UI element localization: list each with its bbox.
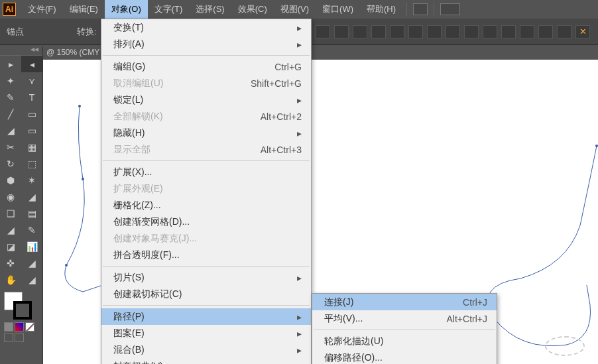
mode-icon[interactable] (4, 322, 13, 332)
tool-button[interactable]: ◢ (0, 221, 21, 238)
align-icon[interactable] (501, 25, 516, 38)
tool-button[interactable]: ▤ (21, 205, 42, 221)
align-icon[interactable] (520, 25, 534, 38)
mode-icon[interactable] (25, 322, 34, 332)
svg-point-0 (78, 105, 81, 107)
tool-button[interactable]: ⬢ (0, 172, 21, 188)
align-icon[interactable] (371, 25, 386, 38)
menu-视图[interactable]: 视图(V) (274, 0, 316, 19)
submenu-arrow-icon: ▸ (297, 95, 302, 105)
align-icon[interactable] (353, 25, 367, 38)
tool-button[interactable]: T (21, 89, 42, 105)
menu-separator (103, 266, 310, 267)
tool-button[interactable]: ✎ (21, 221, 42, 238)
menu-item[interactable]: 图案(E)▸ (101, 325, 311, 341)
menu-separator (103, 160, 310, 161)
mode-icon[interactable] (15, 322, 24, 332)
menu-item-label: 封套扭曲(V) (113, 361, 284, 365)
menu-item[interactable]: 编组(G)Ctrl+G (101, 58, 311, 75)
submenu-arrow-icon: ▸ (297, 328, 302, 339)
screen-mode-row (4, 333, 38, 342)
menu-编辑[interactable]: 编辑(E) (63, 0, 105, 19)
menu-文字[interactable]: 文字(T) (148, 0, 190, 19)
tool-button[interactable]: ▭ (21, 105, 42, 122)
tool-button[interactable]: 📊 (21, 238, 42, 255)
tool-button[interactable]: ╱ (0, 105, 21, 122)
menu-item[interactable]: 混合(B)▸ (101, 341, 311, 358)
bridge-icon[interactable] (413, 3, 428, 15)
tool-button[interactable]: ✎ (0, 89, 21, 105)
menu-item[interactable]: 连接(J)Ctrl+J (312, 294, 497, 310)
menu-选择[interactable]: 选择(S) (189, 0, 231, 19)
tool-button[interactable]: ◢ (21, 271, 42, 288)
tool-button[interactable]: ⋎ (21, 72, 42, 89)
menu-item[interactable]: 轮廓化描边(U) (312, 333, 497, 349)
align-icon[interactable] (464, 25, 479, 38)
align-icon[interactable] (408, 25, 423, 38)
menu-separator (103, 55, 310, 56)
document-tab[interactable]: @ 150% (CMY (46, 48, 99, 57)
tool-button[interactable]: ◢ (21, 188, 42, 205)
tool-button[interactable]: ◉ (0, 188, 21, 205)
tool-button[interactable]: ✋ (0, 271, 21, 288)
tool-button[interactable]: ⬚ (21, 155, 42, 172)
tool-button[interactable]: ↻ (0, 155, 21, 172)
tool-button[interactable]: ◢ (0, 122, 21, 139)
menu-item[interactable]: 拼合透明度(F)... (101, 247, 311, 263)
menu-item[interactable]: 偏移路径(O)... (312, 349, 497, 364)
layout-icon[interactable] (440, 3, 460, 15)
menu-帮助[interactable]: 帮助(H) (360, 0, 402, 19)
mode-icon[interactable] (15, 333, 24, 342)
align-icon[interactable] (446, 25, 460, 38)
tool-button[interactable]: ▸ (0, 56, 21, 72)
menu-item[interactable]: 切片(S)▸ (101, 269, 311, 286)
tool-button[interactable]: ◂ (21, 56, 42, 72)
align-icon[interactable] (538, 25, 553, 38)
menu-item[interactable]: 封套扭曲(V)▸ (101, 358, 311, 364)
align-icon[interactable] (557, 25, 571, 38)
tool-button[interactable]: ❑ (0, 205, 21, 221)
menu-item[interactable]: 路径(P)▸ (101, 308, 311, 325)
menu-item-label: 混合(B) (113, 344, 284, 356)
separator (434, 3, 434, 16)
menu-item[interactable]: 排列(A)▸ (101, 36, 311, 52)
align-icon[interactable] (483, 25, 497, 38)
menu-item[interactable]: 栅格化(Z)... (101, 197, 311, 213)
menu-item[interactable]: 变换(T)▸ (101, 19, 311, 36)
menu-item[interactable]: 隐藏(H)▸ (101, 125, 311, 141)
tool-button[interactable]: ✦ (0, 72, 21, 89)
menu-item[interactable]: 平均(V)...Alt+Ctrl+J (312, 310, 497, 327)
menu-item-label: 编组(G) (113, 61, 255, 73)
color-swatch[interactable] (4, 292, 30, 318)
menu-item-label: 偏移路径(O)... (324, 352, 487, 364)
menu-文件[interactable]: 文件(F) (21, 0, 63, 19)
align-icon[interactable] (316, 25, 330, 38)
menu-效果[interactable]: 效果(C) (231, 0, 274, 19)
align-icon[interactable] (334, 25, 349, 38)
tool-button[interactable]: ▦ (21, 139, 42, 155)
menu-item[interactable]: 创建裁切标记(C) (101, 286, 311, 302)
menu-shortcut: Ctrl+J (463, 297, 487, 308)
align-icon[interactable] (427, 25, 442, 38)
submenu-arrow-icon: ▸ (297, 345, 302, 355)
panel-handle[interactable] (0, 46, 42, 56)
align-icon[interactable] (390, 25, 404, 38)
menu-对象[interactable]: 对象(O) (105, 0, 148, 19)
menu-窗口[interactable]: 窗口(W) (316, 0, 360, 19)
x-icon[interactable]: ✕ (575, 25, 590, 38)
mode-icon[interactable] (4, 333, 13, 342)
menu-item[interactable]: 锁定(L)▸ (101, 91, 311, 108)
tool-button[interactable]: ✶ (21, 172, 42, 188)
submenu-arrow-icon: ▸ (297, 39, 302, 50)
menu-item[interactable]: 创建渐变网格(D)... (101, 213, 311, 230)
menu-item[interactable]: 扩展(X)... (101, 164, 311, 180)
menu-item-label: 扩展外观(E) (113, 183, 302, 195)
menu-separator (314, 330, 495, 330)
tool-button[interactable]: ✜ (0, 255, 21, 271)
tool-button[interactable]: ▭ (21, 122, 42, 139)
tool-button[interactable]: ✂ (0, 139, 21, 155)
tool-button[interactable]: ◢ (21, 255, 42, 271)
stroke-color[interactable] (13, 301, 32, 320)
app-logo: Ai (3, 3, 16, 16)
tool-button[interactable]: ◪ (0, 238, 21, 255)
